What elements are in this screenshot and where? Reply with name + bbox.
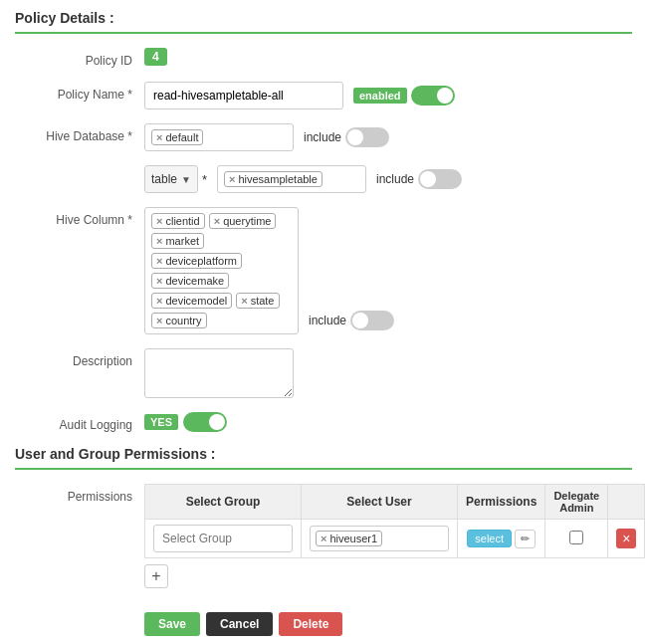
- table-select-arrow-icon: ▼: [181, 174, 191, 185]
- col-tag-devicemodel: × devicemodel: [151, 293, 232, 309]
- permissions-label: Permissions: [15, 484, 144, 504]
- col-tag-state-remove[interactable]: ×: [241, 295, 247, 307]
- delete-row-button[interactable]: ×: [616, 529, 636, 548]
- policy-details-title: Policy Details :: [15, 10, 632, 34]
- table-select-value: table: [151, 172, 177, 186]
- enabled-toggle[interactable]: [411, 86, 455, 106]
- cancel-button[interactable]: Cancel: [206, 612, 273, 636]
- user-tag-value: hiveuser1: [329, 533, 377, 544]
- col-tag-clientid-value: clientid: [165, 215, 199, 227]
- audit-yes-label: YES: [144, 414, 178, 430]
- col-tag-clientid-remove[interactable]: ×: [156, 215, 162, 227]
- col-tag-market-value: market: [165, 235, 199, 247]
- col-tag-clientid: × clientid: [151, 213, 205, 229]
- button-bar: Save Cancel Delete: [15, 602, 632, 636]
- col-tag-country-value: country: [165, 315, 201, 326]
- col-tag-devicemake-value: devicemake: [165, 275, 224, 287]
- permissions-edit-button[interactable]: ✏: [515, 530, 536, 548]
- col-tag-state-value: state: [251, 295, 275, 307]
- permissions-title: User and Group Permissions :: [15, 446, 632, 470]
- col-header-permissions: Permissions: [458, 485, 545, 520]
- hive-table-tag-value: hivesampletable: [238, 173, 318, 185]
- database-include-toggle-wrap: include: [304, 127, 389, 147]
- column-include-toggle-wrap: include: [309, 311, 394, 330]
- col-header-delegate-admin: DelegateAdmin: [545, 485, 608, 520]
- col-tag-state: × state: [236, 293, 279, 309]
- select-user-cell: × hiveuser1: [302, 520, 458, 558]
- column-include-label: include: [309, 314, 346, 327]
- col-tag-devicemake-remove[interactable]: ×: [156, 275, 162, 287]
- col-tag-querytime: × querytime: [209, 213, 277, 229]
- col-tag-country: × country: [151, 313, 207, 328]
- col-tag-market-remove[interactable]: ×: [156, 235, 162, 247]
- description-row: Description: [15, 348, 632, 398]
- table-row: × hiveuser1 select ✏: [145, 520, 645, 558]
- column-include-toggle[interactable]: [350, 311, 394, 330]
- policy-id-badge: 4: [144, 48, 167, 66]
- delete-button[interactable]: Delete: [279, 612, 342, 636]
- col-header-select-group: Select Group: [145, 485, 302, 520]
- user-tag-box: × hiveuser1: [310, 526, 449, 551]
- select-group-cell: [145, 520, 302, 558]
- col-tag-querytime-remove[interactable]: ×: [214, 215, 220, 227]
- audit-logging-toggle[interactable]: [183, 412, 227, 432]
- col-tag-devicemake: × devicemake: [151, 273, 229, 289]
- policy-name-input[interactable]: [144, 82, 343, 109]
- col-header-actions: [608, 485, 645, 520]
- hive-table-tag: × hivesampletable: [224, 171, 323, 187]
- table-include-toggle[interactable]: [418, 169, 462, 189]
- description-label: Description: [15, 348, 144, 368]
- col-tag-deviceplatform-remove[interactable]: ×: [156, 255, 162, 267]
- table-row: table ▼ * × hivesampletable include: [15, 165, 632, 193]
- table-selector-wrap: table ▼ *: [144, 165, 207, 193]
- hive-database-tag-remove[interactable]: ×: [156, 131, 162, 143]
- policy-name-row: Policy Name * enabled: [15, 82, 632, 109]
- table-selector-label: [15, 165, 144, 171]
- database-include-toggle[interactable]: [345, 127, 389, 147]
- col-tag-deviceplatform-value: deviceplatform: [165, 255, 237, 267]
- permissions-table: Select Group Select User Permissions Del…: [144, 484, 645, 558]
- table-include-toggle-wrap: include: [376, 169, 462, 189]
- col-header-select-user: Select User: [302, 485, 458, 520]
- hive-database-tag-box: × default: [144, 123, 294, 151]
- enabled-toggle-wrap: enabled: [353, 86, 455, 106]
- user-tag-remove[interactable]: ×: [321, 533, 326, 544]
- hive-table-tag-remove[interactable]: ×: [229, 173, 235, 185]
- col-tag-devicemodel-value: devicemodel: [165, 295, 227, 307]
- delete-row-cell: ×: [608, 520, 645, 558]
- permissions-section: User and Group Permissions : Permissions…: [15, 446, 632, 588]
- hive-column-row: Hive Column * × clientid × querytime × m…: [15, 207, 632, 334]
- table-include-label: include: [376, 172, 414, 186]
- permissions-row: Permissions Select Group Select User Per…: [15, 484, 632, 588]
- table-select-box[interactable]: table ▼: [144, 165, 198, 193]
- select-group-input[interactable]: [153, 525, 293, 552]
- hive-database-label: Hive Database *: [15, 123, 144, 143]
- table-required-asterisk: *: [202, 172, 207, 187]
- policy-name-label: Policy Name *: [15, 82, 144, 102]
- enabled-label: enabled: [353, 88, 407, 104]
- add-row-button[interactable]: +: [144, 564, 168, 588]
- description-textarea[interactable]: [144, 348, 294, 398]
- col-tag-devicemodel-remove[interactable]: ×: [156, 295, 162, 307]
- hive-database-tag-value: default: [165, 131, 198, 143]
- col-tag-deviceplatform: × deviceplatform: [151, 253, 242, 269]
- delegate-admin-cell: [545, 520, 608, 558]
- delegate-admin-checkbox[interactable]: [569, 531, 583, 544]
- database-include-label: include: [304, 130, 341, 144]
- audit-logging-label: Audit Logging: [15, 412, 144, 432]
- hive-table-tag-box: × hivesampletable: [217, 165, 366, 193]
- col-tag-country-remove[interactable]: ×: [156, 315, 162, 326]
- hive-database-tag: × default: [151, 129, 203, 145]
- hive-database-row: Hive Database * × default include: [15, 123, 632, 151]
- permissions-select-button[interactable]: select: [467, 530, 512, 547]
- col-tag-querytime-value: querytime: [223, 215, 271, 227]
- audit-logging-row: Audit Logging YES: [15, 412, 632, 432]
- audit-toggle-wrap: YES: [144, 412, 227, 432]
- save-button[interactable]: Save: [144, 612, 200, 636]
- user-tag: × hiveuser1: [316, 531, 382, 546]
- permissions-cell: select ✏: [458, 520, 545, 558]
- hive-column-label: Hive Column *: [15, 207, 144, 227]
- policy-id-label: Policy ID: [15, 48, 144, 68]
- policy-id-row: Policy ID 4: [15, 48, 632, 68]
- col-tag-market: × market: [151, 233, 204, 249]
